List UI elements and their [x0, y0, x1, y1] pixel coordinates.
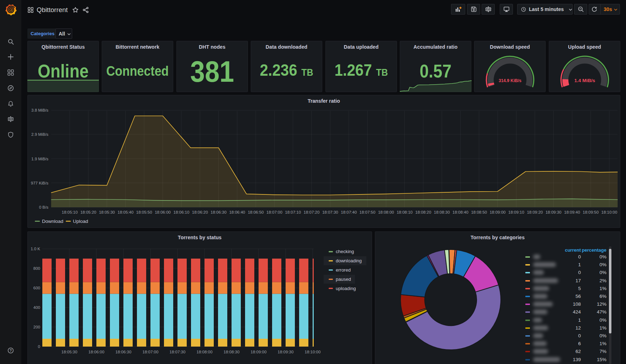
svg-text:314.9 KiB/s: 314.9 KiB/s	[499, 78, 521, 83]
svg-text:1.4 MiB/s: 1.4 MiB/s	[574, 78, 595, 83]
svg-text:?: ?	[10, 349, 12, 353]
